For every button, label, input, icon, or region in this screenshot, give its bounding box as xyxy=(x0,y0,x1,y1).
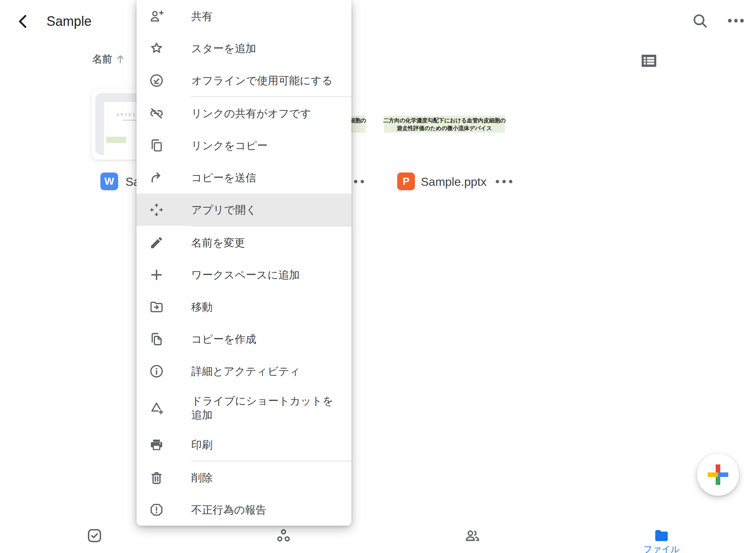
forward-icon xyxy=(149,170,164,185)
menu-item-label: 削除 xyxy=(191,471,213,485)
context-menu: 共有 スターを追加 オフラインで使用可能にする リンクの共有がオフです リンクを… xyxy=(137,0,351,526)
offline-pin-icon xyxy=(149,73,164,88)
overflow-menu-icon[interactable] xyxy=(728,18,744,23)
bottom-navigation: ファイル xyxy=(0,525,756,553)
info-icon xyxy=(149,364,164,379)
report-icon xyxy=(149,502,164,517)
back-button[interactable] xyxy=(15,13,32,30)
menu-item-add-shortcut[interactable]: ドライブにショートカットを 追加 xyxy=(137,387,351,429)
menu-item-label: コピーを作成 xyxy=(191,332,256,346)
menu-item-label: 印刷 xyxy=(191,438,213,452)
thumbnail-green-bar xyxy=(106,137,126,143)
powerpoint-file-icon: P xyxy=(397,173,415,190)
google-plus-icon xyxy=(704,461,732,488)
menu-item-label: 詳細とアクティビティ xyxy=(191,364,300,378)
menu-item-delete[interactable]: 削除 xyxy=(137,461,351,494)
word-file-icon: W xyxy=(100,173,118,190)
drive-add-icon xyxy=(149,400,164,415)
folder-move-icon xyxy=(149,300,164,314)
menu-item-make-offline[interactable]: オフラインで使用可能にする xyxy=(137,64,351,96)
plus-icon xyxy=(149,267,164,282)
drive-app-screen: Sample 名前 スライド 1 二方向の化学濃度勾配下における血管内皮細胞の … xyxy=(0,0,756,553)
tab-label: ファイル xyxy=(643,543,680,553)
tab-workspaces[interactable] xyxy=(261,527,306,544)
menu-item-label: オフラインで使用可能にする xyxy=(191,74,333,88)
sort-label: 名前 xyxy=(92,52,112,66)
menu-item-make-copy[interactable]: コピーを作成 xyxy=(137,323,351,355)
people-icon xyxy=(464,527,481,544)
menu-item-details[interactable]: 詳細とアクティビティ xyxy=(137,355,351,387)
trash-icon xyxy=(149,470,164,485)
menu-item-send-copy[interactable]: コピーを送信 xyxy=(137,161,351,194)
menu-item-rename[interactable]: 名前を変更 xyxy=(137,226,351,259)
link-off-icon xyxy=(149,106,164,121)
file-more-button-pptx[interactable] xyxy=(496,180,512,183)
file-copy-icon xyxy=(149,332,164,347)
menu-item-label: 不正行為の報告 xyxy=(191,503,267,517)
copy-icon xyxy=(149,138,164,153)
menu-item-label: アプリで開く xyxy=(191,203,257,217)
menu-item-label: 移動 xyxy=(191,300,213,314)
menu-item-label: 名前を変更 xyxy=(191,236,245,250)
menu-item-print[interactable]: 印刷 xyxy=(137,429,351,461)
printer-icon xyxy=(149,437,164,452)
search-icon[interactable] xyxy=(691,12,709,30)
menu-item-share[interactable]: 共有 xyxy=(137,0,351,32)
thumbnail-title-line: 遊走性評価のための微小流体デバイス xyxy=(397,124,492,132)
open-with-icon xyxy=(149,202,164,217)
check-box-icon xyxy=(86,527,103,544)
menu-item-label: リンクをコピー xyxy=(191,139,268,153)
tab-files-active[interactable]: ファイル xyxy=(639,527,684,553)
menu-item-copy-link[interactable]: リンクをコピー xyxy=(137,129,351,161)
menu-item-move[interactable]: 移動 xyxy=(137,291,351,323)
pencil-icon xyxy=(149,235,164,250)
thumbnail-title-line: 二方向の化学濃度勾配下における血管内皮細胞の xyxy=(383,116,506,124)
thumbnail-text: スライド 1 xyxy=(116,112,135,117)
menu-item-link-sharing-off[interactable]: リンクの共有がオフです xyxy=(137,97,351,129)
menu-item-label: リンクの共有がオフです xyxy=(191,106,311,120)
thumbnail-title-pptx: 二方向の化学濃度勾配下における血管内皮細胞の 遊走性評価のための微小流体デバイス xyxy=(384,116,505,133)
menu-item-report-abuse[interactable]: 不正行為の報告 xyxy=(137,494,351,526)
tab-shared[interactable] xyxy=(450,527,495,544)
menu-item-label: ワークスペースに追加 xyxy=(191,268,300,282)
sort-control[interactable]: 名前 xyxy=(92,52,126,66)
person-add-icon xyxy=(149,9,164,24)
menu-item-open-in-app[interactable]: アプリで開く xyxy=(137,194,351,226)
menu-item-label: コピーを送信 xyxy=(191,171,256,185)
list-view-toggle-icon[interactable] xyxy=(642,55,656,67)
workspaces-icon xyxy=(275,527,292,544)
page-title: Sample xyxy=(47,13,92,30)
star-icon xyxy=(149,41,164,56)
tab-tasks[interactable] xyxy=(72,527,117,544)
menu-item-add-star[interactable]: スターを追加 xyxy=(137,32,351,64)
file-name-pptx[interactable]: Sample.pptx xyxy=(421,175,487,189)
menu-item-label: スターを追加 xyxy=(191,41,256,55)
sort-ascending-icon xyxy=(114,53,126,65)
menu-item-label: 共有 xyxy=(191,9,213,23)
create-new-button[interactable] xyxy=(697,454,739,496)
menu-item-label: ドライブにショートカットを 追加 xyxy=(191,394,333,422)
folder-icon xyxy=(653,527,670,544)
menu-item-add-to-workspace[interactable]: ワークスペースに追加 xyxy=(137,259,351,291)
